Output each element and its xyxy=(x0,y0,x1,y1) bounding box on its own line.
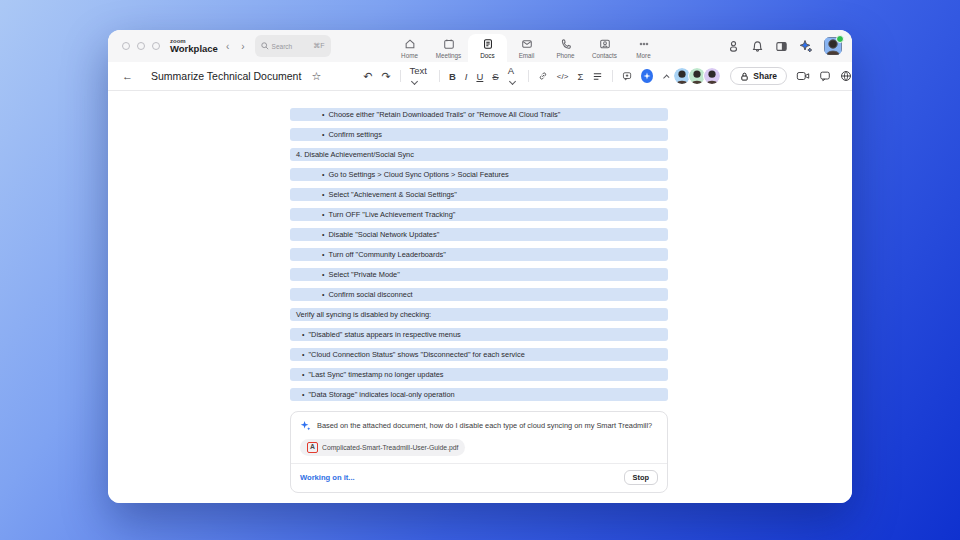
tab-phone[interactable]: Phone xyxy=(546,34,585,62)
toolbar-divider xyxy=(612,70,613,82)
bullet-icon: • xyxy=(322,228,324,241)
tab-home[interactable]: Home xyxy=(390,34,429,62)
doc-line-text: Confirm settings xyxy=(328,128,381,141)
forward-history-button[interactable]: › xyxy=(241,41,244,52)
doc-line[interactable]: •Turn OFF "Live Achievement Tracking" xyxy=(290,208,668,221)
search-input[interactable]: Search ⌘F xyxy=(255,35,331,57)
globe-language-icon[interactable] xyxy=(840,70,852,82)
doc-line[interactable]: •Confirm social disconnect xyxy=(290,288,668,301)
doc-line[interactable]: •Turn off "Community Leaderboards" xyxy=(290,248,668,261)
doc-line[interactable]: •Choose either "Retain Downloaded Trails… xyxy=(290,108,668,121)
link-icon[interactable] xyxy=(538,70,548,82)
redo-button[interactable]: ↷ xyxy=(381,71,390,82)
search-shortcut: ⌘F xyxy=(313,42,324,50)
doc-line[interactable]: •Go to Settings > Cloud Sync Options > S… xyxy=(290,168,668,181)
bullet-icon: • xyxy=(322,108,324,121)
share-button[interactable]: Share xyxy=(730,67,787,85)
collapse-toolbar-button[interactable] xyxy=(663,74,670,81)
tab-docs[interactable]: Docs xyxy=(468,34,507,62)
tab-phone-label: Phone xyxy=(556,52,574,59)
doc-line-text: Turn OFF "Live Achievement Tracking" xyxy=(328,208,455,221)
zoom-workplace-logo: zoom Workplace xyxy=(170,30,218,62)
doc-line-text: 4. Disable Achievement/Social Sync xyxy=(296,148,414,161)
align-dropdown[interactable] xyxy=(592,71,603,82)
doc-line-text: "Disabled" status appears in respective … xyxy=(308,328,460,341)
chevron-down-icon xyxy=(410,78,417,85)
toolbar-divider xyxy=(439,70,440,82)
tab-more-label: More xyxy=(636,52,650,59)
close-window-button[interactable] xyxy=(122,42,130,50)
docs-icon xyxy=(482,38,494,50)
bold-button[interactable]: B xyxy=(449,71,456,82)
tab-meetings[interactable]: Meetings xyxy=(429,34,468,62)
back-button[interactable]: ← xyxy=(122,71,133,82)
video-camera-icon[interactable] xyxy=(796,70,810,82)
attachment-filename: Complicated-Smart-Treadmill-User-Guide.p… xyxy=(322,444,458,451)
user-avatar[interactable] xyxy=(824,37,842,55)
doc-line[interactable]: •Select "Private Mode" xyxy=(290,268,668,281)
home-icon xyxy=(404,38,416,50)
doc-line-text: "Cloud Connection Status" shows "Disconn… xyxy=(308,348,524,361)
doc-line[interactable]: •Disable "Social Network Updates" xyxy=(290,228,668,241)
doc-line[interactable]: •"Cloud Connection Status" shows "Discon… xyxy=(290,348,668,361)
code-block-button[interactable]: </> xyxy=(557,72,569,81)
doc-line-text: Choose either "Retain Downloaded Trails"… xyxy=(328,108,560,121)
doc-line[interactable]: •Select "Achievement & Social Settings" xyxy=(290,188,668,201)
doc-line-text: Turn off "Community Leaderboards" xyxy=(328,248,445,261)
doc-line[interactable]: •Confirm settings xyxy=(290,128,668,141)
minimize-window-button[interactable] xyxy=(137,42,145,50)
bullet-icon: • xyxy=(302,328,304,341)
doc-line[interactable]: •"Last Sync" timestamp no longer updates xyxy=(290,368,668,381)
back-history-button[interactable]: ‹ xyxy=(226,41,229,52)
align-lines-icon xyxy=(592,71,603,82)
notifications-bell-icon[interactable] xyxy=(751,40,764,53)
doc-line[interactable]: •"Data Storage" indicates local-only ope… xyxy=(290,388,668,401)
star-favorite-button[interactable]: ☆ xyxy=(311,71,321,82)
collaborator-avatars xyxy=(676,67,721,85)
collaborator-avatar[interactable] xyxy=(703,67,721,85)
strikethrough-button[interactable]: S xyxy=(492,71,498,82)
text-color-dropdown[interactable]: A xyxy=(508,65,519,87)
bullet-icon: • xyxy=(302,388,304,401)
doc-line[interactable]: 4. Disable Achievement/Social Sync xyxy=(290,148,668,161)
document-canvas[interactable]: •Choose either "Retain Downloaded Trails… xyxy=(108,91,852,503)
phone-icon xyxy=(560,38,572,50)
doc-line-text: Verify all syncing is disabled by checki… xyxy=(296,308,431,321)
ai-status-text: Working on it... xyxy=(300,473,355,482)
tab-email[interactable]: Email xyxy=(507,34,546,62)
bullet-icon: • xyxy=(322,288,324,301)
chat-bubble-icon[interactable] xyxy=(819,70,831,82)
tab-more[interactable]: More xyxy=(624,34,663,62)
ai-companion-sparkle-icon[interactable] xyxy=(799,39,813,53)
doc-line-text: "Last Sync" timestamp no longer updates xyxy=(308,368,443,381)
add-comment-icon[interactable] xyxy=(622,70,632,82)
underline-button[interactable]: U xyxy=(476,71,483,82)
ai-companion-panel: Based on the attached document, how do I… xyxy=(290,411,668,493)
search-placeholder: Search xyxy=(272,43,294,50)
doc-line-text: Select "Achievement & Social Settings" xyxy=(328,188,457,201)
contacts-icon xyxy=(599,38,611,50)
share-label: Share xyxy=(753,71,777,81)
tab-contacts[interactable]: Contacts xyxy=(585,34,624,62)
panel-toggle-icon[interactable] xyxy=(775,40,788,53)
doc-line-text: "Data Storage" indicates local-only oper… xyxy=(308,388,454,401)
undo-button[interactable]: ↶ xyxy=(363,71,372,82)
stop-button[interactable]: Stop xyxy=(624,470,658,485)
format-tools: ↶ ↷ Text B I U S A </> Σ xyxy=(363,65,668,87)
ai-prompt-row: Based on the attached document, how do I… xyxy=(291,412,667,435)
account-icon[interactable] xyxy=(727,40,740,53)
sparkle-icon xyxy=(643,72,651,80)
italic-button[interactable]: I xyxy=(465,71,468,82)
doc-line[interactable]: Verify all syncing is disabled by checki… xyxy=(290,308,668,321)
text-style-dropdown[interactable]: Text xyxy=(410,65,431,87)
doc-line[interactable]: •"Disabled" status appears in respective… xyxy=(290,328,668,341)
formula-button[interactable]: Σ xyxy=(577,71,583,82)
ai-companion-button[interactable] xyxy=(641,69,653,83)
maximize-window-button[interactable] xyxy=(152,42,160,50)
tab-home-label: Home xyxy=(401,52,418,59)
calendar-icon xyxy=(443,38,455,50)
logo-workplace-text: Workplace xyxy=(170,44,218,54)
attachment-chip[interactable]: A Complicated-Smart-Treadmill-User-Guide… xyxy=(300,439,465,456)
pdf-icon: A xyxy=(307,442,318,453)
history-nav: ‹ › xyxy=(226,30,245,62)
